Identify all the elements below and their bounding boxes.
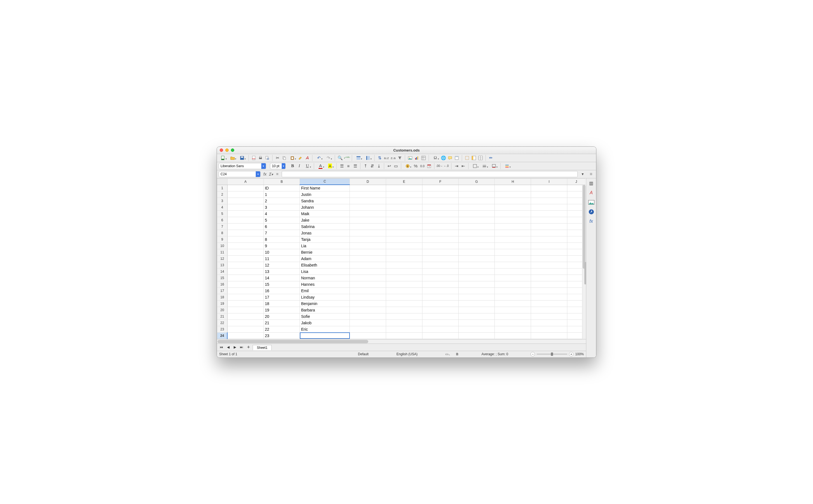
cell-A2[interactable] <box>227 191 263 198</box>
cell-I19[interactable] <box>531 300 567 307</box>
date-format-button[interactable]: 7 <box>426 163 432 169</box>
cell-D22[interactable] <box>350 320 386 326</box>
row-header[interactable]: 16 <box>217 281 227 287</box>
open-document-button[interactable] <box>228 155 237 161</box>
cell-B3[interactable]: 2 <box>263 198 300 204</box>
cell-G24[interactable] <box>459 332 495 339</box>
cell-H20[interactable] <box>495 307 531 313</box>
cell-B2[interactable]: 1 <box>263 191 300 198</box>
export-pdf-button[interactable]: PDF <box>251 155 257 161</box>
cell-E18[interactable] <box>386 294 422 300</box>
cell-F21[interactable] <box>422 313 459 320</box>
column-operations-button[interactable] <box>363 155 372 161</box>
cell-D24[interactable] <box>350 332 386 339</box>
spellcheck-button[interactable]: ✓ᴬᴮᶜ <box>344 155 350 161</box>
cell-H10[interactable] <box>495 243 531 249</box>
cell-I3[interactable] <box>531 198 567 204</box>
cell-F11[interactable] <box>422 249 459 255</box>
cell-C19[interactable]: Benjamin <box>300 300 350 307</box>
cell-G13[interactable] <box>459 262 495 268</box>
cell-G7[interactable] <box>459 223 495 230</box>
function-wizard-button[interactable]: fx <box>262 172 268 176</box>
column-header-H[interactable]: H <box>495 178 531 185</box>
font-size-dropdown-icon[interactable]: ▾ <box>282 163 285 169</box>
highlight-color-button[interactable]: A <box>325 163 334 169</box>
cell-H1[interactable] <box>495 185 531 191</box>
align-right-button[interactable]: ☰ <box>352 163 358 169</box>
row-header[interactable]: 10 <box>217 243 227 249</box>
print-preview-button[interactable] <box>264 155 270 161</box>
font-name-combo[interactable]: ▾ <box>219 163 266 169</box>
insert-image-button[interactable] <box>407 155 413 161</box>
cell-H22[interactable] <box>495 320 531 326</box>
cell-B16[interactable]: 15 <box>263 281 300 287</box>
align-left-button[interactable]: ☰ <box>339 163 345 169</box>
align-top-button[interactable]: ⤒ <box>362 163 368 169</box>
cell-G16[interactable] <box>459 281 495 287</box>
cell-C14[interactable]: Lisa <box>300 268 350 275</box>
row-header[interactable]: 17 <box>217 287 227 294</box>
font-color-button[interactable]: A <box>316 163 325 169</box>
cell-B17[interactable]: 16 <box>263 287 300 294</box>
cell-G10[interactable] <box>459 243 495 249</box>
cell-C12[interactable]: Adam <box>300 255 350 262</box>
formula-bar-expand-button[interactable]: ▼ <box>579 172 586 176</box>
status-cell-style[interactable]: Default <box>358 352 368 356</box>
row-operations-button[interactable] <box>354 155 363 161</box>
tab-next-button[interactable]: ▶ <box>232 345 237 349</box>
cell-F20[interactable] <box>422 307 459 313</box>
select-all-corner[interactable] <box>217 178 227 185</box>
row-header[interactable]: 3 <box>217 198 227 204</box>
cell-E21[interactable] <box>386 313 422 320</box>
cell-I18[interactable] <box>531 294 567 300</box>
cell-F16[interactable] <box>422 281 459 287</box>
cell-G1[interactable] <box>459 185 495 191</box>
column-header-I[interactable]: I <box>531 178 567 185</box>
cell-A20[interactable] <box>227 307 263 313</box>
cell-B11[interactable]: 10 <box>263 249 300 255</box>
cell-B6[interactable]: 5 <box>263 217 300 223</box>
cell-I17[interactable] <box>531 287 567 294</box>
clear-formatting-button[interactable]: A̶ <box>304 155 310 161</box>
sidebar-menu-icon[interactable]: ≡ <box>588 172 594 177</box>
cell-I10[interactable] <box>531 243 567 249</box>
cell-C8[interactable]: Jonas <box>300 230 350 236</box>
align-bottom-button[interactable]: ⤓ <box>376 163 382 169</box>
cell-G5[interactable] <box>459 210 495 217</box>
row-header[interactable]: 8 <box>217 230 227 236</box>
sidebar-navigator-icon[interactable] <box>588 208 595 215</box>
cell-A18[interactable] <box>227 294 263 300</box>
sidebar-gallery-icon[interactable] <box>588 199 595 206</box>
cell-E7[interactable] <box>386 223 422 230</box>
cell-H5[interactable] <box>495 210 531 217</box>
cell-A1[interactable] <box>227 185 263 191</box>
sort-button[interactable]: ⇅ <box>376 155 383 161</box>
cell-G3[interactable] <box>459 198 495 204</box>
autofilter-button[interactable] <box>397 155 403 161</box>
cell-D3[interactable] <box>350 198 386 204</box>
cell-A13[interactable] <box>227 262 263 268</box>
cell-G20[interactable] <box>459 307 495 313</box>
cell-B4[interactable]: 3 <box>263 204 300 210</box>
cell-D1[interactable] <box>350 185 386 191</box>
cell-E8[interactable] <box>386 230 422 236</box>
align-middle-button[interactable]: ⇵ <box>369 163 375 169</box>
cell-G12[interactable] <box>459 255 495 262</box>
cell-D12[interactable] <box>350 255 386 262</box>
formula-equals-button[interactable]: = <box>274 172 280 176</box>
undo-button[interactable]: ↶ <box>314 155 323 161</box>
clone-formatting-button[interactable] <box>297 155 303 161</box>
cell-C24[interactable] <box>300 332 350 339</box>
cell-A17[interactable] <box>227 287 263 294</box>
cell-C13[interactable]: Elisabeth <box>300 262 350 268</box>
row-header[interactable]: 19 <box>217 300 227 307</box>
cell-D16[interactable] <box>350 281 386 287</box>
cell-D7[interactable] <box>350 223 386 230</box>
row-header[interactable]: 7 <box>217 223 227 230</box>
zoom-in-button[interactable]: + <box>569 352 574 356</box>
conditional-format-button[interactable] <box>503 163 512 169</box>
cell-E12[interactable] <box>386 255 422 262</box>
cell-B21[interactable]: 20 <box>263 313 300 320</box>
cell-E11[interactable] <box>386 249 422 255</box>
insert-comment-button[interactable] <box>447 155 453 161</box>
